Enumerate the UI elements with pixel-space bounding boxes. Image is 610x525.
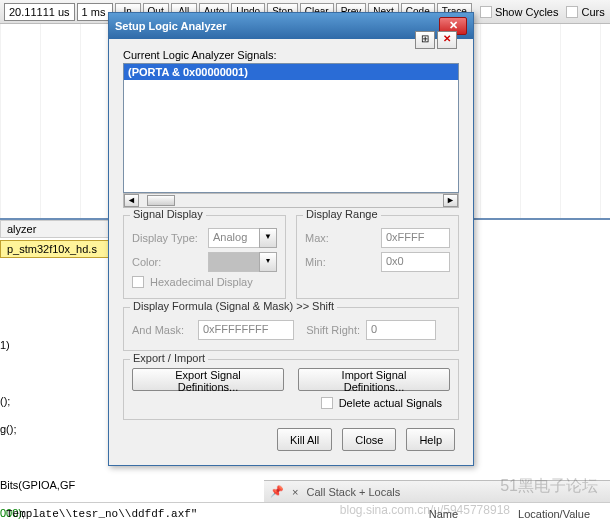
- import-button[interactable]: Import Signal Definitions...: [298, 368, 450, 391]
- display-type-value: Analog: [208, 228, 259, 248]
- color-label: Color:: [132, 256, 202, 268]
- panel-close-icon[interactable]: ×: [292, 486, 298, 498]
- display-type-combo[interactable]: Analog ▼: [208, 228, 277, 248]
- mask-field[interactable]: 0xFFFFFFFF: [198, 320, 294, 340]
- min-label: Min:: [305, 256, 375, 268]
- bg-tabs: alyzer p_stm32f10x_hd.s: [0, 220, 124, 260]
- export-button[interactable]: Export Signal Definitions...: [132, 368, 284, 391]
- scroll-right-icon[interactable]: ►: [443, 194, 458, 207]
- delete-signals-label: Delete actual Signals: [339, 397, 442, 409]
- col-name: Name: [429, 508, 458, 520]
- remove-signal-button[interactable]: ✕: [437, 31, 457, 49]
- footer-bar: Template\\tesr_no\\ddfdf.axf" Name Locat…: [0, 502, 610, 524]
- hex-display-check[interactable]: [132, 276, 144, 288]
- kill-all-button[interactable]: Kill All: [277, 428, 332, 451]
- file-path: Template\\tesr_no\\ddfdf.axf": [0, 508, 429, 520]
- max-field[interactable]: 0xFFFF: [381, 228, 450, 248]
- callstack-title: Call Stack + Locals: [306, 486, 400, 498]
- max-label: Max:: [305, 232, 375, 244]
- show-cycles-check[interactable]: Show Cycles: [480, 6, 559, 18]
- signals-hscroll[interactable]: ◄ ►: [123, 193, 459, 208]
- cursor-label: Curs: [581, 6, 604, 18]
- signals-label: Current Logic Analyzer Signals:: [123, 49, 459, 61]
- add-signal-button[interactable]: ⊞: [415, 31, 435, 49]
- mask-label: And Mask:: [132, 324, 192, 336]
- min-field[interactable]: 0x0: [381, 252, 450, 272]
- signals-list[interactable]: (PORTA & 0x00000001): [123, 63, 459, 193]
- signal-display-legend: Signal Display: [130, 208, 206, 220]
- scroll-left-icon[interactable]: ◄: [124, 194, 139, 207]
- dialog-title: Setup Logic Analyzer: [115, 20, 439, 32]
- scroll-thumb[interactable]: [147, 195, 175, 206]
- col-location: Location/Value: [518, 508, 590, 520]
- color-swatch: [208, 252, 259, 272]
- color-combo[interactable]: ▾: [208, 252, 277, 272]
- callstack-header: 📌 × Call Stack + Locals: [264, 480, 610, 502]
- formula-legend: Display Formula (Signal & Mask) >> Shift: [130, 300, 337, 312]
- signal-row-selected[interactable]: (PORTA & 0x00000001): [124, 64, 458, 80]
- formula-group: Display Formula (Signal & Mask) >> Shift…: [123, 307, 459, 351]
- close-button[interactable]: Close: [342, 428, 396, 451]
- export-group: Export / Import Export Signal Definition…: [123, 359, 459, 420]
- time-field[interactable]: 20.11111 us: [4, 3, 75, 21]
- hex-display-label: Hexadecimal Display: [150, 276, 253, 288]
- tab-file[interactable]: p_stm32f10x_hd.s: [0, 240, 124, 258]
- pin-icon[interactable]: 📌: [270, 485, 284, 498]
- show-cycles-label: Show Cycles: [495, 6, 559, 18]
- setup-logic-analyzer-dialog: Setup Logic Analyzer ✕ Current Logic Ana…: [108, 12, 474, 466]
- signal-display-group: Signal Display Display Type: Analog ▼ Co…: [123, 215, 286, 299]
- delete-signals-check[interactable]: [321, 397, 333, 409]
- shift-label: Shift Right:: [300, 324, 360, 336]
- display-range-group: Display Range Max: 0xFFFF Min: 0x0: [296, 215, 459, 299]
- display-type-label: Display Type:: [132, 232, 202, 244]
- tab-analyzer[interactable]: alyzer: [0, 220, 124, 238]
- help-button[interactable]: Help: [406, 428, 455, 451]
- cursor-check[interactable]: Curs: [566, 6, 604, 18]
- code-snippet: 1) (); g(); Bits(GPIOA,GF 000); etBits(G…: [0, 324, 124, 525]
- color-dropdown-icon[interactable]: ▾: [259, 252, 277, 272]
- display-range-legend: Display Range: [303, 208, 381, 220]
- shift-field[interactable]: 0: [366, 320, 436, 340]
- export-legend: Export / Import: [130, 352, 208, 364]
- chevron-down-icon[interactable]: ▼: [259, 228, 277, 248]
